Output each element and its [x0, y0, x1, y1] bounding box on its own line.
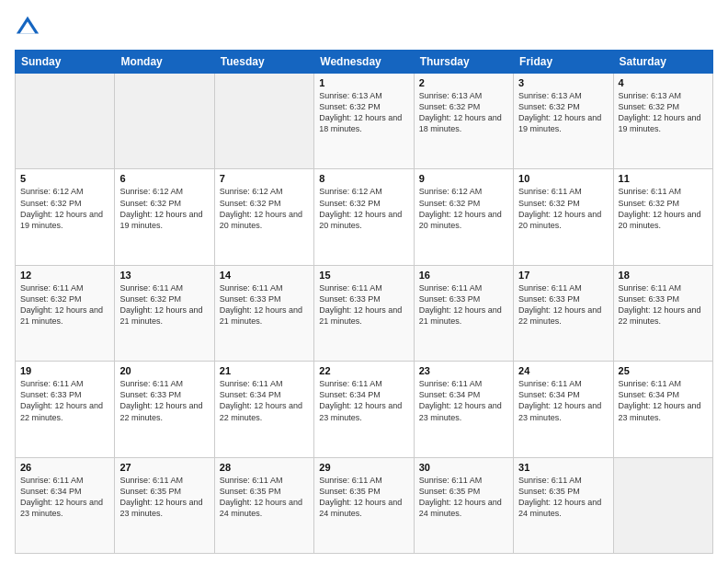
calendar-cell: 1Sunrise: 6:13 AM Sunset: 6:32 PM Daylig… [314, 74, 414, 169]
calendar-cell: 22Sunrise: 6:11 AM Sunset: 6:34 PM Dayli… [314, 362, 414, 457]
calendar-cell: 6Sunrise: 6:12 AM Sunset: 6:32 PM Daylig… [115, 169, 214, 265]
day-number: 23 [419, 365, 508, 376]
cell-content: Sunrise: 6:11 AM Sunset: 6:33 PM Dayligh… [220, 282, 309, 327]
calendar-cell: 23Sunrise: 6:11 AM Sunset: 6:34 PM Dayli… [414, 362, 513, 457]
day-number: 27 [119, 462, 209, 473]
cell-content: Sunrise: 6:11 AM Sunset: 6:34 PM Dayligh… [619, 378, 708, 423]
calendar-day-header: Saturday [613, 51, 712, 74]
day-number: 13 [119, 270, 209, 281]
cell-content: Sunrise: 6:11 AM Sunset: 6:34 PM Dayligh… [220, 378, 309, 423]
cell-content: Sunrise: 6:11 AM Sunset: 6:33 PM Dayligh… [619, 282, 708, 327]
calendar-cell: 2Sunrise: 6:13 AM Sunset: 6:32 PM Daylig… [414, 74, 513, 169]
day-number: 8 [319, 173, 408, 184]
logo-icon [15, 15, 40, 40]
cell-content: Sunrise: 6:13 AM Sunset: 6:32 PM Dayligh… [619, 90, 708, 135]
cell-content: Sunrise: 6:11 AM Sunset: 6:35 PM Dayligh… [419, 475, 508, 520]
day-number: 11 [619, 173, 708, 184]
day-number: 28 [220, 462, 309, 473]
cell-content: Sunrise: 6:11 AM Sunset: 6:33 PM Dayligh… [119, 378, 209, 423]
cell-content: Sunrise: 6:11 AM Sunset: 6:34 PM Dayligh… [419, 378, 508, 423]
calendar-day-header: Thursday [414, 51, 513, 74]
calendar-day-header: Sunday [16, 51, 115, 74]
calendar-cell: 13Sunrise: 6:11 AM Sunset: 6:32 PM Dayli… [115, 265, 214, 361]
day-number: 6 [119, 173, 209, 184]
cell-content: Sunrise: 6:12 AM Sunset: 6:32 PM Dayligh… [319, 186, 408, 231]
cell-content: Sunrise: 6:12 AM Sunset: 6:32 PM Dayligh… [119, 186, 209, 231]
day-number: 14 [220, 270, 309, 281]
calendar-day-header: Monday [115, 51, 214, 74]
day-number: 31 [518, 462, 608, 473]
calendar-cell: 21Sunrise: 6:11 AM Sunset: 6:34 PM Dayli… [214, 362, 313, 457]
calendar-cell: 3Sunrise: 6:13 AM Sunset: 6:32 PM Daylig… [514, 74, 613, 169]
day-number: 1 [319, 77, 408, 88]
calendar-cell: 20Sunrise: 6:11 AM Sunset: 6:33 PM Dayli… [115, 362, 214, 457]
calendar-cell: 18Sunrise: 6:11 AM Sunset: 6:33 PM Dayli… [613, 265, 712, 361]
calendar-cell: 7Sunrise: 6:12 AM Sunset: 6:32 PM Daylig… [214, 169, 313, 265]
cell-content: Sunrise: 6:13 AM Sunset: 6:32 PM Dayligh… [518, 90, 608, 135]
cell-content: Sunrise: 6:11 AM Sunset: 6:32 PM Dayligh… [619, 186, 708, 231]
cell-content: Sunrise: 6:13 AM Sunset: 6:32 PM Dayligh… [319, 90, 408, 135]
cell-content: Sunrise: 6:11 AM Sunset: 6:33 PM Dayligh… [419, 282, 508, 327]
cell-content: Sunrise: 6:11 AM Sunset: 6:34 PM Dayligh… [319, 378, 408, 423]
day-number: 9 [419, 173, 508, 184]
day-number: 19 [20, 365, 109, 376]
calendar-cell: 25Sunrise: 6:11 AM Sunset: 6:34 PM Dayli… [613, 362, 712, 457]
day-number: 5 [20, 173, 109, 184]
calendar-day-header: Tuesday [214, 51, 313, 74]
calendar-day-header: Wednesday [314, 51, 414, 74]
day-number: 20 [119, 365, 209, 376]
calendar-cell [115, 74, 214, 169]
day-number: 17 [518, 270, 608, 281]
calendar-cell: 17Sunrise: 6:11 AM Sunset: 6:33 PM Dayli… [514, 265, 613, 361]
cell-content: Sunrise: 6:11 AM Sunset: 6:35 PM Dayligh… [319, 475, 408, 520]
calendar-week-row: 12Sunrise: 6:11 AM Sunset: 6:32 PM Dayli… [16, 265, 713, 361]
cell-content: Sunrise: 6:11 AM Sunset: 6:34 PM Dayligh… [518, 378, 608, 423]
calendar-cell: 11Sunrise: 6:11 AM Sunset: 6:32 PM Dayli… [613, 169, 712, 265]
calendar-cell: 15Sunrise: 6:11 AM Sunset: 6:33 PM Dayli… [314, 265, 414, 361]
day-number: 22 [319, 365, 408, 376]
calendar-cell: 24Sunrise: 6:11 AM Sunset: 6:34 PM Dayli… [514, 362, 613, 457]
cell-content: Sunrise: 6:11 AM Sunset: 6:33 PM Dayligh… [518, 282, 608, 327]
calendar-cell: 9Sunrise: 6:12 AM Sunset: 6:32 PM Daylig… [414, 169, 513, 265]
day-number: 10 [518, 173, 608, 184]
cell-content: Sunrise: 6:11 AM Sunset: 6:32 PM Dayligh… [518, 186, 608, 231]
cell-content: Sunrise: 6:11 AM Sunset: 6:32 PM Dayligh… [20, 282, 109, 327]
cell-content: Sunrise: 6:11 AM Sunset: 6:33 PM Dayligh… [20, 378, 109, 423]
calendar-cell: 19Sunrise: 6:11 AM Sunset: 6:33 PM Dayli… [16, 362, 115, 457]
page: SundayMondayTuesdayWednesdayThursdayFrid… [0, 0, 728, 563]
calendar-cell: 16Sunrise: 6:11 AM Sunset: 6:33 PM Dayli… [414, 265, 513, 361]
cell-content: Sunrise: 6:11 AM Sunset: 6:32 PM Dayligh… [119, 282, 209, 327]
day-number: 21 [220, 365, 309, 376]
calendar-cell [214, 74, 313, 169]
calendar-cell: 29Sunrise: 6:11 AM Sunset: 6:35 PM Dayli… [314, 457, 414, 553]
cell-content: Sunrise: 6:12 AM Sunset: 6:32 PM Dayligh… [220, 186, 309, 231]
calendar-week-row: 5Sunrise: 6:12 AM Sunset: 6:32 PM Daylig… [16, 169, 713, 265]
cell-content: Sunrise: 6:11 AM Sunset: 6:33 PM Dayligh… [319, 282, 408, 327]
day-number: 2 [419, 77, 508, 88]
calendar-cell: 4Sunrise: 6:13 AM Sunset: 6:32 PM Daylig… [613, 74, 712, 169]
cell-content: Sunrise: 6:11 AM Sunset: 6:35 PM Dayligh… [518, 475, 608, 520]
day-number: 25 [619, 365, 708, 376]
day-number: 12 [20, 270, 109, 281]
calendar-cell: 5Sunrise: 6:12 AM Sunset: 6:32 PM Daylig… [16, 169, 115, 265]
calendar-cell: 27Sunrise: 6:11 AM Sunset: 6:35 PM Dayli… [115, 457, 214, 553]
cell-content: Sunrise: 6:11 AM Sunset: 6:34 PM Dayligh… [20, 475, 109, 520]
calendar-cell: 30Sunrise: 6:11 AM Sunset: 6:35 PM Dayli… [414, 457, 513, 553]
day-number: 18 [619, 270, 708, 281]
header [15, 15, 713, 40]
calendar-table: SundayMondayTuesdayWednesdayThursdayFrid… [15, 50, 713, 554]
logo [15, 15, 44, 40]
calendar-cell: 14Sunrise: 6:11 AM Sunset: 6:33 PM Dayli… [214, 265, 313, 361]
day-number: 29 [319, 462, 408, 473]
day-number: 7 [220, 173, 309, 184]
cell-content: Sunrise: 6:13 AM Sunset: 6:32 PM Dayligh… [419, 90, 508, 135]
calendar-header-row: SundayMondayTuesdayWednesdayThursdayFrid… [16, 51, 713, 74]
calendar-cell [16, 74, 115, 169]
calendar-cell: 31Sunrise: 6:11 AM Sunset: 6:35 PM Dayli… [514, 457, 613, 553]
cell-content: Sunrise: 6:12 AM Sunset: 6:32 PM Dayligh… [419, 186, 508, 231]
cell-content: Sunrise: 6:12 AM Sunset: 6:32 PM Dayligh… [20, 186, 109, 231]
cell-content: Sunrise: 6:11 AM Sunset: 6:35 PM Dayligh… [119, 475, 209, 520]
calendar-week-row: 1Sunrise: 6:13 AM Sunset: 6:32 PM Daylig… [16, 74, 713, 169]
day-number: 16 [419, 270, 508, 281]
calendar-week-row: 26Sunrise: 6:11 AM Sunset: 6:34 PM Dayli… [16, 457, 713, 553]
